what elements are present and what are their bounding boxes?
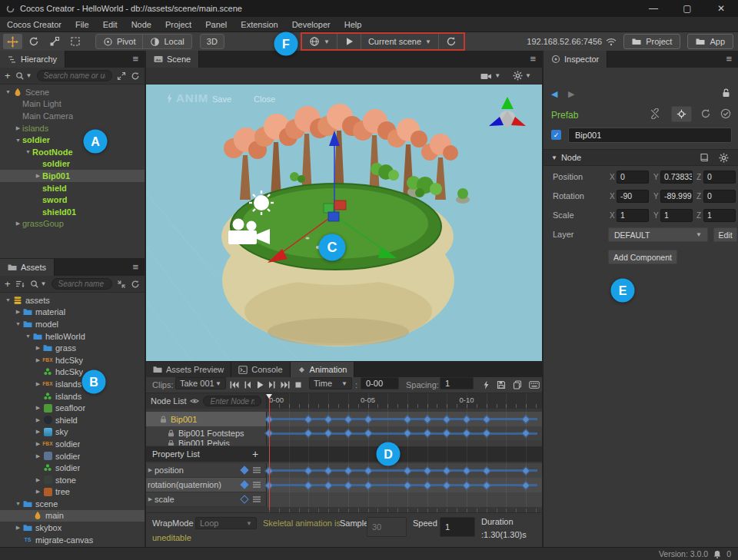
keyboard-icon[interactable] (529, 381, 540, 389)
scale-tool-button[interactable] (45, 34, 64, 49)
tree-node-material[interactable]: ▶material (0, 307, 145, 319)
node-name-input[interactable] (568, 128, 732, 143)
collapse-arrow-icon[interactable]: ▼ (14, 501, 22, 506)
timeline-ruler[interactable]: 0-000-050-10 (267, 393, 542, 409)
lock-icon[interactable] (722, 88, 730, 98)
apply-prefab-icon[interactable] (720, 108, 731, 119)
tree-node-scene[interactable]: ▼scene (0, 498, 145, 510)
tree-node-sword[interactable]: sword (0, 194, 145, 206)
collapse-arrow-icon[interactable]: ▼ (14, 321, 22, 326)
position-z-input[interactable]: 0 (703, 171, 736, 184)
expand-arrow-icon[interactable]: ▶ (34, 417, 42, 423)
tree-node-shield01[interactable]: shield01 (0, 206, 145, 218)
tree-node-bip001[interactable]: ▶Bip001 (0, 170, 145, 182)
tree-node-main[interactable]: main (0, 510, 145, 522)
tree-node-model[interactable]: ▼model (0, 318, 145, 330)
menu-cocos-creator[interactable]: Cocos Creator (0, 17, 68, 31)
skip-end-icon[interactable] (280, 380, 291, 389)
list-icon[interactable] (252, 481, 261, 489)
history-forward-button[interactable]: ▶ (568, 89, 574, 99)
refresh-preview-button[interactable] (438, 34, 464, 49)
collapse-arrow-icon[interactable]: ▼ (4, 297, 12, 303)
pivot-button[interactable]: Pivot (96, 35, 142, 48)
add-component-button[interactable]: Add Component (608, 250, 677, 264)
bell-icon[interactable] (713, 550, 721, 558)
close-button[interactable]: ✕ (704, 0, 738, 17)
save-icon[interactable] (497, 380, 506, 389)
expand-arrow-icon[interactable]: ▶ (34, 381, 42, 387)
menu-file[interactable]: File (68, 17, 96, 31)
expand-arrow-icon[interactable]: ▶ (34, 429, 42, 435)
tree-node-hdcsky[interactable]: hdcSky (0, 366, 145, 379)
refresh-icon[interactable] (131, 71, 140, 81)
scale-x-input[interactable]: 1 (617, 209, 649, 222)
add-property-button[interactable]: + (252, 448, 258, 460)
create-node-button[interactable]: + (5, 70, 11, 81)
keyframe-diamond-icon[interactable] (240, 495, 248, 503)
locate-prefab-button[interactable] (671, 106, 692, 122)
collapse-arrow-icon[interactable]: ▼ (4, 89, 12, 94)
scale-z-input[interactable]: 1 (703, 209, 736, 222)
scale-y-input[interactable]: 1 (660, 209, 693, 222)
list-icon[interactable] (252, 466, 261, 474)
history-back-button[interactable]: ◀ (551, 89, 557, 99)
expand-arrow-icon[interactable]: ▶ (34, 489, 42, 495)
preview-platform-button[interactable]: ▼ (302, 34, 337, 49)
rotate-tool-button[interactable] (24, 34, 43, 49)
tree-node-stone[interactable]: ▶stone (0, 474, 145, 486)
clip-select[interactable]: Take 001▼ (175, 377, 226, 389)
keyframe-diamond-icon[interactable] (240, 480, 248, 489)
gear-icon[interactable] (719, 153, 729, 163)
position-x-input[interactable]: 0 (617, 171, 649, 184)
tree-node-migrate-canvas[interactable]: TSmigrate-canvas (0, 534, 145, 546)
property-rotation-quaternion-[interactable]: rotation(quaternion) (146, 478, 267, 492)
tree-node-islands[interactable]: ▶FBXislands (0, 378, 145, 390)
panel-menu-icon[interactable]: ≡ (132, 51, 138, 68)
expand-arrow-icon[interactable]: ▶ (146, 496, 155, 502)
sort-icon[interactable] (15, 280, 25, 289)
wrapmode-select[interactable]: Loop▼ (195, 517, 257, 529)
tree-node-soldier[interactable]: soldier (0, 462, 145, 474)
tree-node-hdcsky[interactable]: ▶FBXhdcSky (0, 354, 145, 366)
tree-node-main-camera[interactable]: Main Camera (0, 110, 145, 122)
playhead[interactable] (269, 395, 270, 510)
expand-all-icon[interactable] (117, 71, 126, 81)
time-mode-select[interactable]: Time▼ (309, 377, 352, 389)
menu-node[interactable]: Node (125, 17, 158, 31)
search-filter-icon[interactable]: ▼ (15, 71, 32, 81)
stop-icon[interactable] (294, 380, 303, 389)
expand-arrow-icon[interactable]: ▶ (34, 357, 42, 363)
expand-arrow-icon[interactable]: ▶ (34, 345, 42, 351)
tab-assets-preview[interactable]: Assets Preview (146, 362, 231, 377)
tree-node-islands[interactable]: ▶islands (0, 122, 145, 134)
time-input[interactable] (361, 377, 399, 389)
collapse-arrow-icon[interactable]: ▼ (24, 333, 32, 339)
tree-node-rootnode[interactable]: ▼RootNode (0, 146, 145, 158)
expand-arrow-icon[interactable]: ▶ (14, 125, 22, 131)
tree-node-scene[interactable]: ▼Scene (0, 86, 145, 98)
expand-arrow-icon[interactable]: ▶ (34, 453, 42, 459)
skip-start-icon[interactable] (229, 380, 240, 389)
menu-developer[interactable]: Developer (285, 17, 337, 31)
panel-menu-icon[interactable]: ≡ (530, 51, 536, 68)
anim-node-bip001-footsteps[interactable]: Bip001 Footsteps (146, 426, 267, 440)
anim-node-bip001-pelvis[interactable]: Bip001 Pelvis (146, 440, 267, 446)
menu-help[interactable]: Help (337, 17, 369, 31)
rotation-z-input[interactable]: 0 (703, 190, 736, 203)
tab-console[interactable]: Console (231, 362, 290, 377)
tab-inspector[interactable]: Inspector (544, 51, 607, 68)
tree-node-soldier[interactable]: ▶FBXsoldier (0, 438, 145, 450)
eye-icon[interactable] (190, 397, 199, 405)
expand-arrow-icon[interactable]: ▶ (14, 525, 22, 531)
tree-node-soldier[interactable]: soldier (0, 158, 145, 171)
tree-node-main-light[interactable]: Main Light (0, 98, 145, 111)
speed-input[interactable]: 1 (440, 517, 475, 537)
search-icon[interactable]: ▼ (30, 280, 47, 289)
anim-node-bip001[interactable]: Bip001 (146, 412, 267, 426)
property-position[interactable]: ▶position (146, 463, 267, 478)
help-book-icon[interactable] (700, 153, 709, 162)
maximize-button[interactable]: ▢ (670, 0, 704, 17)
tree-node-sky[interactable]: ▶sky (0, 426, 145, 439)
tree-node-shield[interactable]: ▶shield (0, 414, 145, 426)
play-button[interactable] (337, 34, 361, 49)
